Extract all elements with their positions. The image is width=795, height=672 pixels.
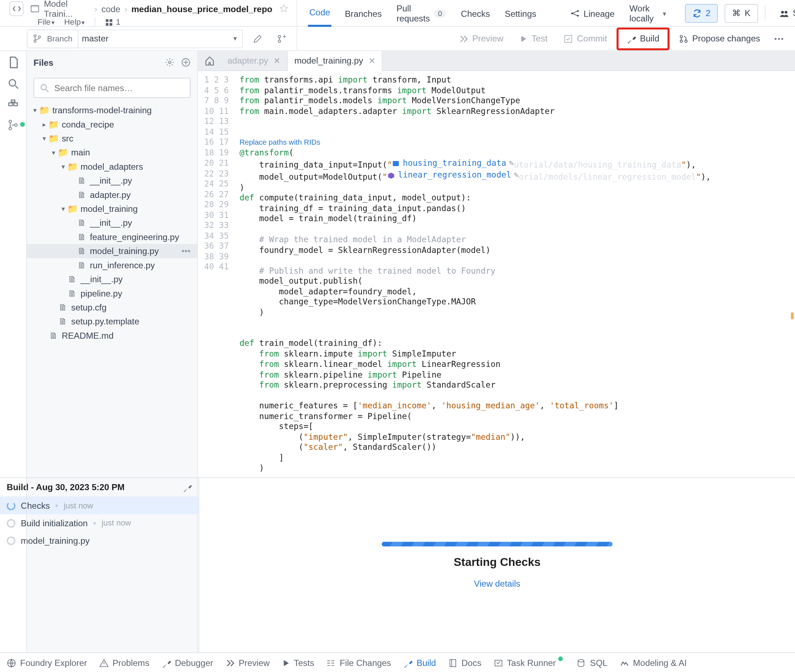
- rail-source-control-icon[interactable]: [8, 119, 19, 131]
- tree-file[interactable]: 🗎run_inference.py: [27, 258, 197, 272]
- tree-folder[interactable]: ▾📁src: [27, 131, 197, 146]
- tree-folder[interactable]: ▾📁model_adapters: [27, 160, 197, 174]
- breadcrumb-repo[interactable]: median_house_price_model_repo: [131, 3, 272, 14]
- svg-point-28: [14, 123, 17, 126]
- tree-file[interactable]: 🗎feature_engineering.py: [27, 230, 197, 244]
- breadcrumb-folder[interactable]: code: [101, 3, 120, 14]
- pencil-icon[interactable]: ✎: [514, 170, 519, 181]
- help-menu[interactable]: Help ▾: [64, 18, 85, 27]
- tab-checks[interactable]: Checks: [460, 0, 492, 27]
- tree-file[interactable]: 🗎__init__.py: [27, 174, 197, 187]
- app-logo-icon[interactable]: [9, 2, 24, 16]
- tab-lineage[interactable]: Lineage: [569, 0, 616, 27]
- tree-file-selected[interactable]: 🗎model_training.py•••: [27, 244, 197, 258]
- build-settings-icon[interactable]: [182, 482, 192, 491]
- editor-tab-model-training[interactable]: model_training.py ✕: [288, 51, 383, 71]
- tree-item-more-icon[interactable]: •••: [181, 246, 193, 256]
- svg-rect-3: [109, 19, 112, 22]
- build-task-checks[interactable]: Checks • just now: [0, 497, 199, 514]
- star-icon[interactable]: [279, 4, 289, 13]
- svg-point-37: [579, 659, 584, 662]
- svg-point-13: [34, 35, 36, 37]
- edit-branch-icon[interactable]: [248, 29, 267, 48]
- file-search[interactable]: [34, 78, 191, 98]
- close-tab-icon[interactable]: ✕: [369, 56, 375, 66]
- bottom-build[interactable]: Build: [403, 658, 436, 668]
- propose-changes-action[interactable]: Propose changes: [672, 29, 767, 49]
- pencil-icon[interactable]: ✎: [509, 158, 514, 169]
- code-content[interactable]: from transforms.api import transform, In…: [237, 71, 795, 477]
- hint-banner[interactable]: Replace paths with RIDs: [239, 138, 320, 147]
- rail-files-icon[interactable]: [7, 56, 19, 69]
- bottom-modeling-ai[interactable]: Modeling & AI: [619, 658, 687, 668]
- bottom-explorer[interactable]: Foundry Explorer: [7, 658, 87, 668]
- file-tree: ▾📁transforms-model-training ▸📁conda_reci…: [27, 103, 197, 342]
- svg-point-14: [34, 40, 36, 42]
- svg-point-10: [784, 11, 787, 14]
- collab-indicator[interactable]: 1: [104, 18, 120, 27]
- rail-packages-icon[interactable]: [8, 99, 19, 110]
- bottom-file-changes[interactable]: File Changes: [326, 658, 391, 668]
- svg-point-15: [38, 36, 40, 38]
- branch-label: Branch: [27, 29, 79, 48]
- rail-search-icon[interactable]: [8, 78, 19, 89]
- test-action[interactable]: Test: [513, 29, 554, 49]
- tree-file[interactable]: 🗎README.md: [27, 329, 197, 342]
- left-rail: [0, 51, 27, 652]
- tree-file[interactable]: 🗎setup.py.template: [27, 314, 197, 328]
- bottom-taskgerunner[interactable]: Task Runner: [493, 658, 564, 668]
- svg-point-9: [781, 11, 784, 14]
- tree-file[interactable]: 🗎__init__.py: [27, 272, 197, 286]
- tree-file[interactable]: 🗎pipeline.py: [27, 286, 197, 300]
- model-chip[interactable]: linear_regression_model ✎: [387, 170, 519, 181]
- tree-file[interactable]: 🗎setup.cfg: [27, 301, 197, 314]
- tree-folder[interactable]: ▾📁main: [27, 146, 197, 159]
- sync-button[interactable]: 2: [685, 3, 718, 22]
- tab-code[interactable]: Code: [308, 0, 331, 27]
- top-nav: Code Branches Pull requests0 Checks Sett…: [297, 0, 678, 27]
- home-tab-icon[interactable]: [198, 51, 221, 71]
- bottom-debugger[interactable]: Debugger: [162, 658, 213, 668]
- code-editor[interactable]: 1 2 3 4 5 6 7 8 9 10 11 12 13 14 15 16 1…: [198, 71, 795, 477]
- svg-point-31: [41, 85, 46, 90]
- share-button[interactable]: Share: [772, 3, 795, 22]
- file-search-input[interactable]: [54, 83, 184, 93]
- branch-select[interactable]: master▾: [77, 29, 243, 48]
- editor-tab-adapter[interactable]: adapter.py ✕: [221, 51, 287, 71]
- dataset-chip[interactable]: housing_training_data ✎: [392, 158, 514, 169]
- tree-folder[interactable]: ▾📁model_training: [27, 202, 197, 216]
- bottom-docs[interactable]: Docs: [448, 658, 481, 668]
- bottom-sql[interactable]: SQL: [577, 658, 607, 668]
- preview-action[interactable]: Preview: [452, 29, 510, 49]
- command-k-button[interactable]: ⌘K: [724, 3, 758, 22]
- breadcrumb-project[interactable]: Model Traini...: [44, 0, 90, 19]
- tab-settings[interactable]: Settings: [503, 0, 538, 27]
- tree-file[interactable]: 🗎adapter.py: [27, 188, 197, 202]
- files-settings-icon[interactable]: [165, 58, 175, 67]
- project-icon: [30, 4, 40, 13]
- minimap-marker: [791, 313, 794, 319]
- bottom-problems[interactable]: Problems: [99, 658, 149, 668]
- tree-folder[interactable]: ▾📁transforms-model-training: [27, 103, 197, 117]
- more-actions-icon[interactable]: [769, 33, 789, 44]
- files-add-icon[interactable]: [181, 58, 191, 67]
- build-task-file[interactable]: model_training.py: [0, 531, 199, 549]
- file-menu[interactable]: File ▾: [37, 18, 55, 27]
- progress-bar: [382, 542, 613, 546]
- line-gutter: 1 2 3 4 5 6 7 8 9 10 11 12 13 14 15 16 1…: [198, 71, 237, 477]
- build-task-init[interactable]: Build initialization • just now: [0, 514, 199, 532]
- build-action[interactable]: Build: [617, 27, 670, 50]
- bottom-preview[interactable]: Preview: [225, 658, 269, 668]
- tree-file[interactable]: 🗎__init__.py: [27, 216, 197, 230]
- close-tab-icon[interactable]: ✕: [274, 56, 280, 66]
- tab-branches[interactable]: Branches: [343, 0, 383, 27]
- bottom-tests[interactable]: Tests: [282, 658, 314, 668]
- view-details-link[interactable]: View details: [474, 579, 521, 589]
- svg-point-23: [778, 37, 780, 39]
- tab-work-locally[interactable]: Work locally▾: [628, 0, 667, 27]
- commit-action[interactable]: Commit: [557, 29, 614, 49]
- tree-folder[interactable]: ▸📁conda_recipe: [27, 117, 197, 131]
- tab-pull-requests[interactable]: Pull requests0: [395, 0, 447, 27]
- svg-point-16: [278, 35, 280, 37]
- new-branch-icon[interactable]: [272, 29, 291, 48]
